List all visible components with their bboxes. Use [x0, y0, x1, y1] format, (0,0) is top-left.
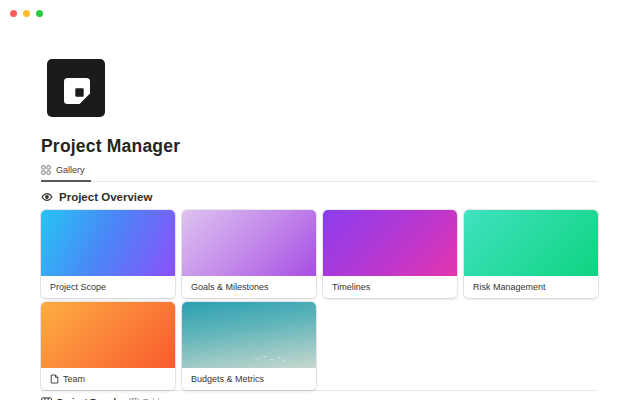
- section-divider: [41, 390, 598, 391]
- card-title: Goals & Milestones: [191, 282, 269, 292]
- tab-gallery[interactable]: Gallery: [41, 163, 91, 182]
- card-cover: [464, 210, 598, 276]
- card-budgets-metrics[interactable]: Budgets & Metrics: [182, 302, 316, 390]
- birds-decoration: [253, 354, 287, 362]
- page-icon: [50, 374, 59, 384]
- card-risk-management[interactable]: Risk Management: [464, 210, 598, 298]
- gallery-icon: [41, 165, 51, 175]
- card-cover: [41, 210, 175, 276]
- page-logo-icon[interactable]: [47, 59, 105, 117]
- card-cover: [41, 302, 175, 368]
- card-project-scope[interactable]: Project Scope: [41, 210, 175, 298]
- close-button[interactable]: [10, 10, 17, 17]
- eye-icon: [41, 191, 53, 203]
- card-timelines[interactable]: Timelines: [323, 210, 457, 298]
- section-project-overview[interactable]: Project Overview: [41, 191, 598, 203]
- card-title: Budgets & Metrics: [191, 374, 264, 384]
- view-tab-bar: Gallery: [41, 163, 598, 182]
- section-title: Project Overview: [59, 191, 152, 203]
- card-team[interactable]: Team: [41, 302, 175, 390]
- card-title: Team: [63, 374, 85, 384]
- card-title: Timelines: [332, 282, 370, 292]
- tab-gallery-label: Gallery: [56, 165, 85, 175]
- gallery-grid: Project Scope Goals & Milestones Timelin…: [41, 210, 598, 390]
- zoom-button[interactable]: [36, 10, 43, 17]
- window-controls: [10, 10, 43, 17]
- minimize-button[interactable]: [23, 10, 30, 17]
- card-cover: [323, 210, 457, 276]
- card-cover: [182, 210, 316, 276]
- card-cover: [182, 302, 316, 368]
- page-title[interactable]: Project Manager: [41, 136, 598, 157]
- card-goals-milestones[interactable]: Goals & Milestones: [182, 210, 316, 298]
- card-title: Risk Management: [473, 282, 546, 292]
- card-title: Project Scope: [50, 282, 106, 292]
